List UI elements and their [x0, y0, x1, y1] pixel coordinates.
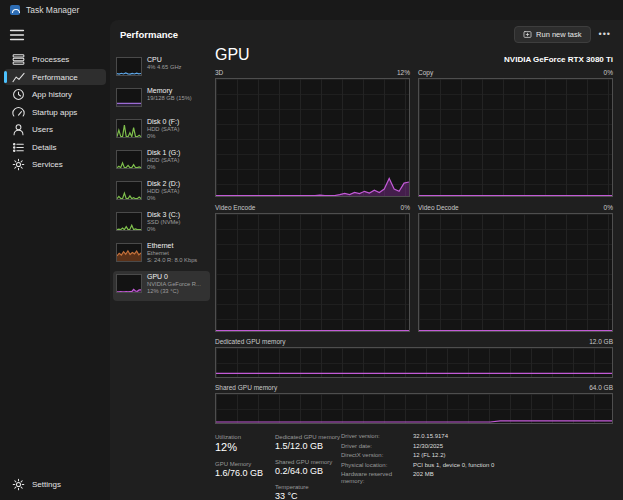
run-new-task-button[interactable]: Run new task: [514, 26, 590, 43]
chart-label: Shared GPU memory: [215, 384, 277, 391]
driver-info-row: Driver version:32.0.15.9174: [341, 433, 613, 440]
sidebar-item-label: Performance: [32, 73, 78, 82]
perf-item-detail: 4% 4.65 GHz: [147, 64, 181, 71]
info-value: 202 MB: [413, 471, 434, 485]
perf-item-disk2[interactable]: Disk 2 (D:)HDD (SATA)0%: [113, 178, 210, 208]
perf-item-disk1[interactable]: Disk 1 (G:)HDD (SATA)0%: [113, 147, 210, 177]
perf-item-memory[interactable]: Memory19/128 GB (15%): [113, 85, 210, 115]
sidebar-item-users[interactable]: Users: [4, 122, 106, 138]
chart-value: 64.0 GB: [589, 384, 613, 391]
chart-label: Video Decode: [418, 204, 459, 211]
hamburger-icon: [6, 26, 28, 44]
info-label: Driver version:: [341, 433, 413, 440]
chart-block-shared-memory: Shared GPU memory64.0 GB: [215, 384, 613, 424]
chart-block-dedicated-memory: Dedicated GPU memory12.0 GB: [215, 338, 613, 378]
sidebar-item-label: Settings: [32, 480, 61, 489]
menu-toggle-button[interactable]: [6, 26, 28, 44]
chart-label: Video Encode: [215, 204, 255, 211]
startup-apps-icon: [12, 106, 25, 119]
gpu-engine-charts: 3D12% Copy0% Video Encode0% Video Decode…: [215, 66, 613, 332]
perf-item-disk0[interactable]: Disk 0 (F:)HDD (SATA)0%: [113, 116, 210, 146]
perf-item-title: GPU 0: [147, 273, 201, 281]
stat-label: GPU Memory: [215, 460, 275, 468]
sidebar-item-app-history[interactable]: App history: [4, 87, 106, 103]
new-task-icon: [523, 30, 532, 39]
perf-item-detail: 0%: [147, 226, 181, 233]
chart-value: 12.0 GB: [589, 338, 613, 345]
sidebar-item-label: Startup apps: [32, 108, 77, 117]
perf-item-detail: HDD (SATA): [147, 126, 179, 133]
app-icon: [10, 5, 20, 15]
stat-label: Utilization: [215, 433, 275, 441]
perf-item-cpu[interactable]: CPU4% 4.65 GHz: [113, 54, 210, 84]
selection-indicator: [4, 71, 7, 83]
window-title: Task Manager: [26, 5, 79, 15]
gpu-copy-chart: [418, 78, 613, 197]
stats-column-2: Dedicated GPU memory1.5/12.0 GB Shared G…: [275, 433, 341, 500]
stat-label: Dedicated GPU memory: [275, 433, 341, 441]
gpu-3d-chart: [215, 78, 410, 197]
stats-column-1: Utilization12% GPU Memory1.6/76.0 GB: [215, 433, 275, 500]
ethernet-sparkline: [116, 243, 142, 262]
main-panel: Performance Run new task ••• CPU4% 4.65 …: [110, 20, 623, 500]
driver-info-row: Hardware reserved memory:202 MB: [341, 471, 613, 485]
gpu0-sparkline: [116, 274, 142, 293]
info-value: 12 (FL 12.2): [413, 452, 445, 459]
sidebar-item-services[interactable]: Services: [4, 157, 106, 173]
disk0-sparkline: [116, 119, 142, 138]
gpu-stats: Utilization12% GPU Memory1.6/76.0 GB Ded…: [215, 433, 613, 500]
perf-item-disk3[interactable]: Disk 3 (C:)SSD (NVMe)0%: [113, 209, 210, 239]
chart-value: 0%: [401, 204, 410, 211]
perf-item-detail: 0%: [147, 164, 180, 171]
perf-item-detail: 0%: [147, 133, 179, 140]
app-history-icon: [12, 88, 25, 101]
info-value: 12/30/2025: [413, 443, 443, 450]
info-label: Hardware reserved memory:: [341, 471, 413, 485]
info-label: Physical location:: [341, 462, 413, 469]
perf-item-detail: 12% (33 °C): [147, 288, 201, 295]
driver-info-row: DirectX version:12 (FL 12.2): [341, 452, 613, 459]
perf-item-detail: S: 24.0 R: 8.0 Kbps: [147, 257, 197, 264]
chart-value: 0%: [604, 204, 613, 211]
stat-value: 12%: [215, 441, 275, 454]
sidebar-item-label: Details: [32, 143, 56, 152]
services-icon: [12, 158, 25, 171]
info-label: Driver date:: [341, 443, 413, 450]
gpu-device-name: NVIDIA GeForce RTX 3080 Ti: [504, 55, 613, 64]
disk2-sparkline: [116, 181, 142, 200]
gpu-detail-panel: GPU NVIDIA GeForce RTX 3080 Ti 3D12% Cop…: [215, 44, 613, 500]
sidebar-item-settings[interactable]: Settings: [4, 477, 122, 493]
stat-label: Temperature: [275, 483, 341, 491]
sidebar-item-performance[interactable]: Performance: [4, 69, 106, 85]
sidebar-item-startup-apps[interactable]: Startup apps: [4, 104, 106, 120]
sidebar-item-details[interactable]: Details: [4, 139, 106, 155]
perf-item-gpu0[interactable]: GPU 0NVIDIA GeForce R...12% (33 °C): [113, 271, 210, 301]
chart-label: 3D: [215, 69, 223, 76]
driver-info-row: Physical location:PCI bus 1, device 0, f…: [341, 462, 613, 469]
run-new-task-label: Run new task: [536, 30, 581, 39]
perf-item-title: CPU: [147, 56, 181, 64]
info-label: DirectX version:: [341, 452, 413, 459]
perf-item-title: Disk 1 (G:): [147, 149, 180, 157]
perf-item-detail: HDD (SATA): [147, 188, 180, 195]
gpu-header: GPU NVIDIA GeForce RTX 3080 Ti: [215, 44, 613, 64]
shared-gpu-memory-chart: [215, 393, 613, 424]
perf-item-ethernet[interactable]: EthernetEthernetS: 24.0 R: 8.0 Kbps: [113, 240, 210, 270]
users-icon: [12, 123, 25, 136]
perf-item-detail: NVIDIA GeForce R...: [147, 281, 201, 288]
performance-icon: [12, 71, 25, 84]
dedicated-gpu-memory-chart: [215, 347, 613, 378]
processes-icon: [12, 53, 25, 66]
sidebar-item-processes[interactable]: Processes: [4, 52, 106, 68]
more-options-button[interactable]: •••: [595, 27, 615, 41]
disk3-sparkline: [116, 212, 142, 231]
stat-label: Shared GPU memory: [275, 458, 341, 466]
sidebar-item-label: App history: [32, 90, 72, 99]
perf-item-title: Disk 3 (C:): [147, 211, 181, 219]
info-value: PCI bus 1, device 0, function 0: [413, 462, 494, 469]
chart-value: 12%: [397, 69, 410, 76]
perf-item-title: Disk 0 (F:): [147, 118, 179, 126]
titlebar: Task Manager: [0, 0, 623, 20]
perf-item-detail: SSD (NVMe): [147, 219, 181, 226]
perf-item-detail: 19/128 GB (15%): [147, 95, 192, 102]
